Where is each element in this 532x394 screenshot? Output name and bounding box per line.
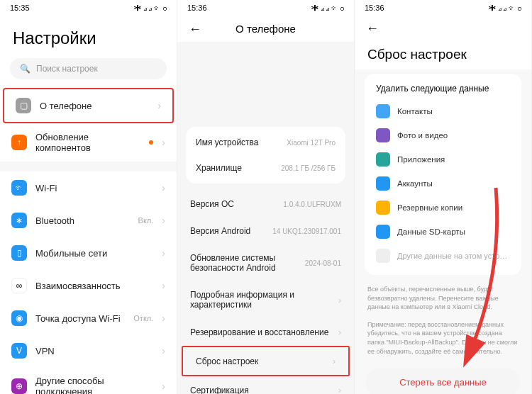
item-accounts: Аккаунты <box>365 171 521 196</box>
page-title: Настройки <box>0 16 177 58</box>
highlight-reset: Сброс настроек › <box>182 346 350 376</box>
chevron-right-icon: › <box>162 345 165 356</box>
row-mobile[interactable]: ▯ Мобильные сети › <box>0 237 177 269</box>
row-hotspot[interactable]: ◉ Точка доступа Wi-Fi Откл. › <box>0 302 177 334</box>
connection-icon: ⊕ <box>11 378 27 394</box>
chevron-right-icon: › <box>162 280 165 291</box>
chevron-right-icon: › <box>162 215 165 226</box>
accounts-icon <box>376 176 390 191</box>
chevron-right-icon: › <box>162 381 165 392</box>
sdcard-icon <box>376 225 390 239</box>
search-icon: 🔍 <box>20 64 31 74</box>
status-time: 15:36 <box>187 4 207 12</box>
chevron-right-icon: › <box>162 247 165 259</box>
item-other: Другие данные на этом устройст... <box>365 244 521 268</box>
row-components[interactable]: ↑ Обновление компонентов › <box>0 123 177 162</box>
vpn-icon: V <box>11 343 27 359</box>
row-storage[interactable]: Хранилище 208,1 ГБ /256 ГБ <box>186 155 345 181</box>
row-wifi[interactable]: ᯤ Wi-Fi › <box>0 171 177 204</box>
chevron-right-icon: › <box>157 100 161 111</box>
row-bluetooth[interactable]: ∗ Bluetooth Вкл. › <box>0 204 177 237</box>
row-reset[interactable]: Сброс настроек › <box>183 347 348 375</box>
row-device-name[interactable]: Имя устройства Xiaomi 12T Pro <box>186 130 345 155</box>
photos-icon <box>376 128 390 142</box>
status-time: 15:35 <box>10 4 30 12</box>
erase-all-button[interactable]: Стереть все данные <box>366 368 520 394</box>
back-icon[interactable]: ← <box>189 21 201 36</box>
interconnect-icon: ∞ <box>11 278 27 293</box>
phone-icon: ▢ <box>16 98 31 113</box>
reset-panel: 15:36 ✱ ⊿ ⊿ ᯤ ▢ ← Сброс настроек Удалить… <box>355 0 532 394</box>
page-header: ← О телефоне <box>177 16 354 42</box>
chevron-right-icon: › <box>338 385 341 394</box>
other-icon <box>376 249 390 263</box>
backup-icon <box>376 201 390 215</box>
row-other-conn[interactable]: ⊕ Другие способы подключения › <box>0 367 177 394</box>
row-vpn[interactable]: V VPN › <box>0 334 177 367</box>
row-os[interactable]: Версия ОС 1.0.4.0.ULFRUXM <box>177 191 354 218</box>
row-interconnect[interactable]: ∞ Взаимосвязанность › <box>0 269 177 302</box>
status-time: 15:36 <box>365 4 384 12</box>
chevron-right-icon: › <box>162 182 165 193</box>
chevron-right-icon: › <box>162 313 165 324</box>
chevron-right-icon: › <box>162 137 165 148</box>
row-details[interactable]: Подробная информация и характеристики › <box>177 281 354 318</box>
status-bar: 15:36 ✱ ⊿ ⊿ ᯤ ▢ <box>177 0 354 16</box>
page-title: Сброс настроек <box>355 37 531 69</box>
page-title: О телефоне <box>235 23 296 35</box>
chevron-right-icon: › <box>338 327 341 337</box>
wifi-icon: ᯤ <box>11 180 27 196</box>
note-text-2: Примечание: перед восстановлением данных… <box>355 315 531 359</box>
about-phone-panel: 15:36 ✱ ⊿ ⊿ ᯤ ▢ ← О телефоне Имя устройс… <box>177 0 355 394</box>
chevron-right-icon: › <box>333 356 336 366</box>
note-text-1: Все объекты, перечисленные выше, будут б… <box>355 279 531 315</box>
status-bar: 15:35 ✱ ⊿ ⊿ ᯤ ▢ <box>0 0 177 16</box>
notification-dot <box>149 140 153 145</box>
row-backup[interactable]: Резервирование и восстановление › <box>177 318 354 346</box>
status-icons: ✱ ⊿ ⊿ ᯤ ▢ <box>134 4 167 12</box>
status-icons: ✱ ⊿ ⊿ ᯤ ▢ <box>489 4 521 12</box>
chevron-right-icon: › <box>338 295 341 305</box>
item-photos: Фото и видео <box>365 123 521 147</box>
card-header: Удалить следующие данные <box>365 81 521 99</box>
row-android[interactable]: Версия Android 14 UKQ1.230917.001 <box>177 218 354 244</box>
item-contacts: Контакты <box>365 99 521 123</box>
device-card: Имя устройства Xiaomi 12T Pro Хранилище … <box>186 127 345 184</box>
bluetooth-icon: ∗ <box>11 213 27 228</box>
search-placeholder: Поиск настроек <box>36 64 98 74</box>
contacts-icon <box>376 104 390 118</box>
item-sdcard: Данные SD-карты <box>365 220 521 244</box>
search-input[interactable]: 🔍 Поиск настроек <box>10 58 167 79</box>
delete-data-card: Удалить следующие данные Контакты Фото и… <box>365 74 521 275</box>
row-cert[interactable]: Сертификация › <box>177 376 354 394</box>
settings-panel: 15:35 ✱ ⊿ ⊿ ᯤ ▢ Настройки 🔍 Поиск настро… <box>0 0 177 394</box>
back-icon[interactable]: ← <box>366 21 379 35</box>
row-about-phone[interactable]: ▢ О телефоне › <box>4 89 172 122</box>
apps-icon <box>376 152 390 167</box>
row-security[interactable]: Обновление системы безопасности Android … <box>177 244 354 281</box>
status-icons: ✱ ⊿ ⊿ ᯤ ▢ <box>311 4 344 12</box>
highlight-about-phone: ▢ О телефоне › <box>3 88 174 123</box>
item-apps: Приложения <box>365 147 521 171</box>
sim-icon: ▯ <box>11 245 27 261</box>
item-backups: Резервные копии <box>365 196 521 220</box>
update-icon: ↑ <box>11 135 27 150</box>
status-bar: 15:36 ✱ ⊿ ⊿ ᯤ ▢ <box>355 0 531 16</box>
hotspot-icon: ◉ <box>11 310 27 326</box>
section-divider <box>0 162 177 171</box>
